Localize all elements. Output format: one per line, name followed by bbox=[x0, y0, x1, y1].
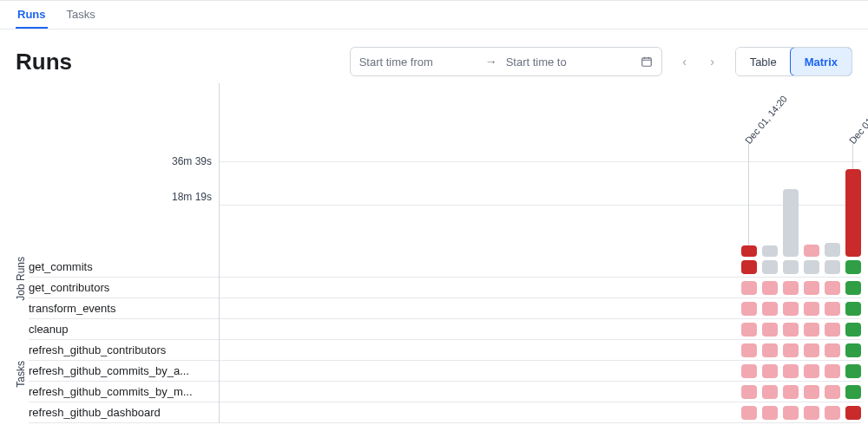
task-label[interactable]: cleanup bbox=[29, 319, 219, 340]
task-status-cell[interactable] bbox=[762, 343, 778, 357]
matrix-body: Job Runs Tasks 36m 39s 18m 19s get_commi… bbox=[0, 83, 868, 423]
task-matrix-row bbox=[220, 319, 861, 340]
task-status-cell[interactable] bbox=[762, 385, 778, 399]
task-status-cell[interactable] bbox=[845, 385, 861, 399]
task-status-cell[interactable] bbox=[804, 343, 819, 357]
task-status-cell[interactable] bbox=[845, 302, 861, 316]
task-label[interactable]: refresh_github_dashboard bbox=[29, 402, 219, 423]
task-status-cell[interactable] bbox=[825, 260, 840, 274]
task-status-cell[interactable] bbox=[762, 260, 778, 274]
task-label[interactable]: get_contributors bbox=[29, 278, 219, 298]
run-bar[interactable] bbox=[762, 245, 778, 257]
task-status-cell[interactable] bbox=[741, 406, 757, 420]
task-status-cell[interactable] bbox=[783, 302, 799, 316]
run-bars-area bbox=[741, 147, 861, 257]
task-status-cell[interactable] bbox=[825, 281, 840, 295]
task-status-cell[interactable] bbox=[804, 385, 819, 399]
task-status-cell[interactable] bbox=[783, 364, 799, 378]
task-status-cell[interactable] bbox=[845, 406, 861, 420]
task-status-cell[interactable] bbox=[783, 281, 799, 295]
task-status-cell[interactable] bbox=[762, 364, 778, 378]
task-status-cell[interactable] bbox=[845, 343, 861, 357]
y-tick: 18m 19s bbox=[29, 175, 219, 219]
task-status-cell[interactable] bbox=[762, 302, 778, 316]
task-status-cell[interactable] bbox=[804, 406, 819, 420]
date-from-placeholder: Start time from bbox=[359, 56, 433, 69]
axis-label-jobruns: Job Runs bbox=[15, 257, 27, 301]
run-bar[interactable] bbox=[804, 245, 819, 257]
task-status-cell[interactable] bbox=[762, 406, 778, 420]
task-matrix-row bbox=[220, 402, 861, 423]
right-column: Dec 01, 14:20Dec 01, 15:30 bbox=[220, 83, 868, 423]
run-pager: ‹ › bbox=[673, 49, 725, 74]
task-status-cell[interactable] bbox=[825, 343, 840, 357]
task-matrix-row bbox=[220, 257, 861, 278]
task-matrix-row bbox=[220, 340, 861, 361]
task-status-cell[interactable] bbox=[783, 260, 799, 274]
task-status-cell[interactable] bbox=[845, 364, 861, 378]
run-bar[interactable] bbox=[741, 245, 757, 257]
task-status-cell[interactable] bbox=[741, 364, 757, 378]
annotation-label: Dec 01, 15:30 bbox=[846, 94, 868, 146]
task-status-cell[interactable] bbox=[762, 323, 778, 337]
y-tick: 36m 39s bbox=[29, 147, 219, 175]
page-header: Runs Start time from → Start time to ‹ ›… bbox=[0, 29, 868, 83]
task-matrix-row bbox=[220, 278, 861, 298]
run-bar[interactable] bbox=[845, 169, 861, 257]
run-bar[interactable] bbox=[783, 189, 799, 257]
task-status-cell[interactable] bbox=[804, 281, 819, 295]
annotation-label: Dec 01, 14:20 bbox=[742, 94, 788, 146]
run-bar[interactable] bbox=[825, 243, 840, 257]
task-status-cell[interactable] bbox=[783, 406, 799, 420]
tab-tasks[interactable]: Tasks bbox=[65, 1, 97, 29]
calendar-icon[interactable] bbox=[632, 56, 661, 68]
task-status-cell[interactable] bbox=[783, 323, 799, 337]
task-matrix-row bbox=[220, 361, 861, 382]
task-status-cell[interactable] bbox=[825, 302, 840, 316]
task-status-cell[interactable] bbox=[845, 281, 861, 295]
axis-label-tasks: Tasks bbox=[15, 361, 27, 388]
task-label[interactable]: refresh_github_commits_by_m... bbox=[29, 382, 219, 402]
pager-prev-button[interactable]: ‹ bbox=[673, 49, 697, 74]
task-status-cell[interactable] bbox=[845, 323, 861, 337]
arrow-right-icon: → bbox=[485, 55, 497, 69]
task-status-cell[interactable] bbox=[741, 281, 757, 295]
task-status-cell[interactable] bbox=[741, 302, 757, 316]
task-status-cell[interactable] bbox=[845, 260, 861, 274]
view-table-button[interactable]: Table bbox=[736, 48, 791, 75]
tab-runs[interactable]: Runs bbox=[16, 1, 48, 29]
task-status-cell[interactable] bbox=[825, 406, 840, 420]
task-label[interactable]: transform_events bbox=[29, 298, 219, 319]
task-label[interactable]: refresh_github_contributors bbox=[29, 340, 219, 361]
task-status-cell[interactable] bbox=[741, 260, 757, 274]
page-title: Runs bbox=[16, 49, 72, 75]
task-status-cell[interactable] bbox=[804, 302, 819, 316]
task-status-cell[interactable] bbox=[783, 385, 799, 399]
task-matrix-row bbox=[220, 298, 861, 319]
task-label[interactable]: get_commits bbox=[29, 257, 219, 278]
task-status-cell[interactable] bbox=[741, 323, 757, 337]
task-status-cell[interactable] bbox=[804, 364, 819, 378]
task-status-cell[interactable] bbox=[741, 385, 757, 399]
task-status-cell[interactable] bbox=[783, 343, 799, 357]
task-status-cell[interactable] bbox=[825, 364, 840, 378]
view-mode-toggle: Table Matrix bbox=[735, 47, 852, 76]
date-range-picker[interactable]: Start time from → Start time to bbox=[350, 47, 662, 76]
task-matrix bbox=[220, 257, 861, 423]
task-status-cell[interactable] bbox=[762, 281, 778, 295]
task-status-cell[interactable] bbox=[825, 323, 840, 337]
task-matrix-row bbox=[220, 382, 861, 402]
view-matrix-button[interactable]: Matrix bbox=[790, 47, 852, 76]
task-status-cell[interactable] bbox=[741, 343, 757, 357]
task-label[interactable]: refresh_github_commits_by_a... bbox=[29, 361, 219, 382]
task-status-cell[interactable] bbox=[825, 385, 840, 399]
pager-next-button[interactable]: › bbox=[700, 49, 725, 74]
toplevel-tabs: Runs Tasks bbox=[0, 0, 868, 29]
task-status-cell[interactable] bbox=[804, 260, 819, 274]
svg-rect-0 bbox=[641, 58, 651, 66]
left-column: 36m 39s 18m 19s get_commitsget_contribut… bbox=[29, 83, 220, 423]
date-from-input[interactable]: Start time from bbox=[351, 56, 485, 69]
date-to-placeholder: Start time to bbox=[506, 56, 567, 69]
date-to-input[interactable]: Start time to bbox=[497, 56, 632, 69]
task-status-cell[interactable] bbox=[804, 323, 819, 337]
